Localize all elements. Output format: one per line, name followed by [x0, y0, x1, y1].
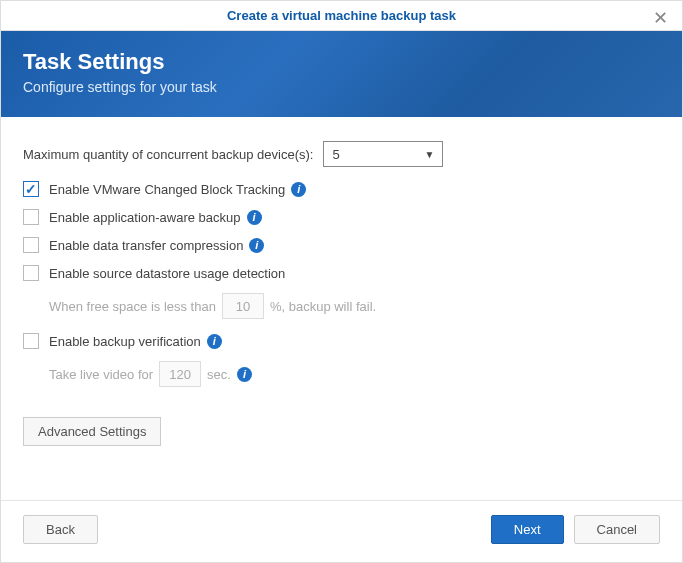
info-icon[interactable]: i	[291, 182, 306, 197]
footer: Back Next Cancel	[1, 500, 682, 562]
footer-right: Next Cancel	[491, 515, 660, 544]
datastore-checkbox[interactable]	[23, 265, 39, 281]
datastore-sub-row: When free space is less than %, backup w…	[49, 293, 660, 319]
max-concurrent-label: Maximum quantity of concurrent backup de…	[23, 147, 313, 162]
max-concurrent-row: Maximum quantity of concurrent backup de…	[23, 141, 660, 167]
cbt-label: Enable VMware Changed Block Tracking	[49, 182, 285, 197]
back-button[interactable]: Back	[23, 515, 98, 544]
banner: Task Settings Configure settings for you…	[1, 31, 682, 117]
chevron-down-icon: ▼	[425, 149, 435, 160]
datastore-sub-suffix: %, backup will fail.	[270, 299, 376, 314]
check-icon: ✓	[25, 182, 37, 196]
info-icon[interactable]: i	[249, 238, 264, 253]
max-concurrent-value: 5	[332, 147, 339, 162]
verification-sub-suffix: sec.	[207, 367, 231, 382]
compression-row: Enable data transfer compression i	[23, 237, 660, 253]
verification-sub-prefix: Take live video for	[49, 367, 153, 382]
page-title: Task Settings	[23, 49, 660, 75]
app-aware-row: Enable application-aware backup i	[23, 209, 660, 225]
app-aware-checkbox[interactable]	[23, 209, 39, 225]
titlebar: Create a virtual machine backup task ✕	[1, 1, 682, 31]
next-button[interactable]: Next	[491, 515, 564, 544]
info-icon[interactable]: i	[237, 367, 252, 382]
datastore-label: Enable source datastore usage detection	[49, 266, 285, 281]
verification-sub-row: Take live video for sec. i	[49, 361, 660, 387]
dialog-title: Create a virtual machine backup task	[227, 8, 456, 23]
compression-checkbox[interactable]	[23, 237, 39, 253]
verification-label: Enable backup verification	[49, 334, 201, 349]
verification-row: Enable backup verification i	[23, 333, 660, 349]
cbt-checkbox[interactable]: ✓	[23, 181, 39, 197]
compression-label: Enable data transfer compression	[49, 238, 243, 253]
content-area: Maximum quantity of concurrent backup de…	[1, 117, 682, 500]
info-icon[interactable]: i	[247, 210, 262, 225]
close-icon[interactable]: ✕	[653, 7, 668, 29]
info-icon[interactable]: i	[207, 334, 222, 349]
video-duration-input[interactable]	[159, 361, 201, 387]
cbt-row: ✓ Enable VMware Changed Block Tracking i	[23, 181, 660, 197]
verification-checkbox[interactable]	[23, 333, 39, 349]
datastore-sub-prefix: When free space is less than	[49, 299, 216, 314]
datastore-row: Enable source datastore usage detection	[23, 265, 660, 281]
page-subtitle: Configure settings for your task	[23, 79, 660, 95]
max-concurrent-select[interactable]: 5 ▼	[323, 141, 443, 167]
app-aware-label: Enable application-aware backup	[49, 210, 241, 225]
cancel-button[interactable]: Cancel	[574, 515, 660, 544]
advanced-settings-button[interactable]: Advanced Settings	[23, 417, 161, 446]
free-space-input[interactable]	[222, 293, 264, 319]
